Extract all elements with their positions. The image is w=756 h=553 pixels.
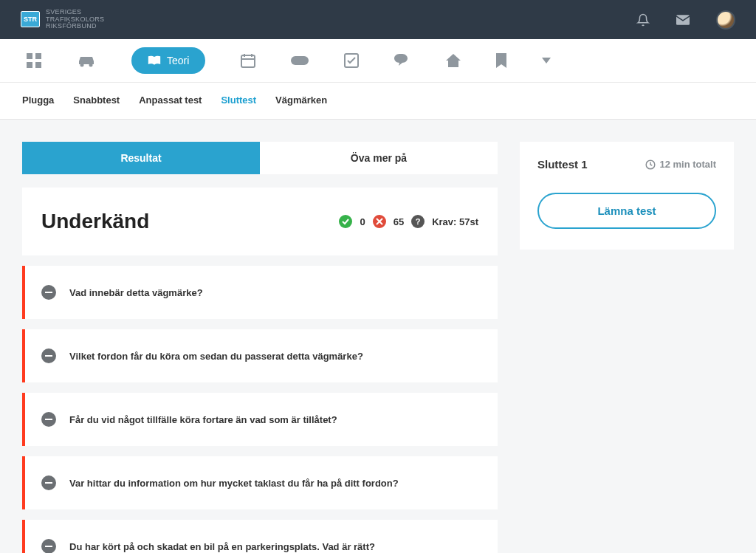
logo-mark: STR [21, 11, 40, 27]
svg-rect-4 [35, 62, 41, 68]
result-tabs: Resultat Öva mer på [22, 142, 498, 174]
main-nav: Teori [0, 39, 756, 83]
mail-icon[interactable] [676, 15, 690, 25]
bell-icon[interactable] [636, 13, 650, 27]
subnav-vagmarken[interactable]: Vägmärken [275, 95, 327, 106]
logo-text: SVERIGES TRAFIKSKOLORS RIKSFÖRBUND [46, 9, 104, 31]
avatar[interactable] [716, 10, 735, 30]
leave-test-button[interactable]: Lämna test [537, 193, 716, 229]
question-text: Vilket fordon får du köra om sedan du pa… [69, 351, 363, 362]
minus-icon [41, 412, 56, 427]
check-icon [339, 215, 352, 228]
subnav-snabbtest[interactable]: Snabbtest [73, 95, 120, 106]
minus-icon [41, 348, 56, 363]
subnav-anpassat-test[interactable]: Anpassat test [139, 95, 202, 106]
question-list: Vad innebär detta vägmärke? Vilket fordo… [22, 266, 498, 553]
gamepad-icon[interactable] [291, 55, 309, 66]
x-icon [373, 215, 386, 228]
minus-icon [41, 285, 56, 300]
tab-ova-mer[interactable]: Öva mer på [260, 142, 498, 174]
svg-rect-1 [27, 53, 32, 59]
question-item[interactable]: Vilket fordon får du köra om sedan du pa… [22, 329, 498, 382]
question-item[interactable]: Var hittar du information om hur mycket … [22, 456, 498, 509]
dashboard-icon[interactable] [27, 53, 41, 68]
side-card: Sluttest 1 12 min totalt Lämna test [520, 142, 734, 250]
minus-icon [41, 539, 56, 553]
subnav-plugga[interactable]: Plugga [22, 95, 54, 106]
svg-rect-3 [27, 62, 32, 68]
home-icon[interactable] [446, 54, 461, 67]
question-text: Du har kört på och skadat en bil på en p… [69, 541, 375, 552]
car-icon[interactable] [77, 54, 96, 67]
question-text: Vad innebär detta vägmärke? [69, 287, 203, 298]
status-heading: Underkänd [41, 210, 149, 233]
question-text: Var hittar du information om hur mycket … [69, 478, 399, 489]
subnav-sluttest[interactable]: Sluttest [221, 95, 256, 106]
question-item[interactable]: Du har kört på och skadat en bil på en p… [22, 520, 498, 553]
chat-icon[interactable] [394, 54, 410, 67]
minus-icon [41, 475, 56, 490]
krav-label: Krav: 57st [432, 216, 478, 227]
svg-point-5 [80, 63, 84, 67]
brand-logo[interactable]: STR SVERIGES TRAFIKSKOLORS RIKSFÖRBUND [21, 9, 104, 31]
incorrect-count: 65 [394, 216, 404, 227]
sub-nav: Plugga Snabbtest Anpassat test Sluttest … [0, 83, 756, 120]
svg-rect-8 [291, 56, 309, 65]
bookmark-icon[interactable] [496, 53, 506, 68]
status-card: Underkänd 0 65 ? Krav: 57st [22, 188, 498, 255]
question-item[interactable]: Vad innebär detta vägmärke? [22, 266, 498, 319]
checklist-icon[interactable] [344, 53, 359, 68]
question-item[interactable]: Får du vid något tillfälle köra fortare … [22, 393, 498, 446]
calendar-icon[interactable] [241, 53, 255, 68]
top-bar: STR SVERIGES TRAFIKSKOLORS RIKSFÖRBUND [0, 0, 756, 39]
question-icon: ? [411, 215, 425, 228]
caret-down-icon[interactable] [542, 58, 551, 63]
side-title: Sluttest 1 [537, 158, 588, 171]
book-icon [148, 55, 161, 66]
svg-point-6 [89, 63, 93, 67]
question-text: Får du vid något tillfälle köra fortare … [69, 414, 337, 425]
tab-resultat[interactable]: Resultat [22, 142, 260, 174]
svg-rect-7 [241, 55, 255, 67]
teori-label: Teori [167, 55, 189, 66]
teori-tab[interactable]: Teori [131, 47, 205, 74]
status-stats: 0 65 ? Krav: 57st [339, 215, 478, 228]
correct-count: 0 [360, 216, 365, 227]
side-time: 12 min totalt [645, 159, 716, 170]
clock-icon [645, 159, 656, 170]
svg-rect-2 [35, 53, 41, 59]
